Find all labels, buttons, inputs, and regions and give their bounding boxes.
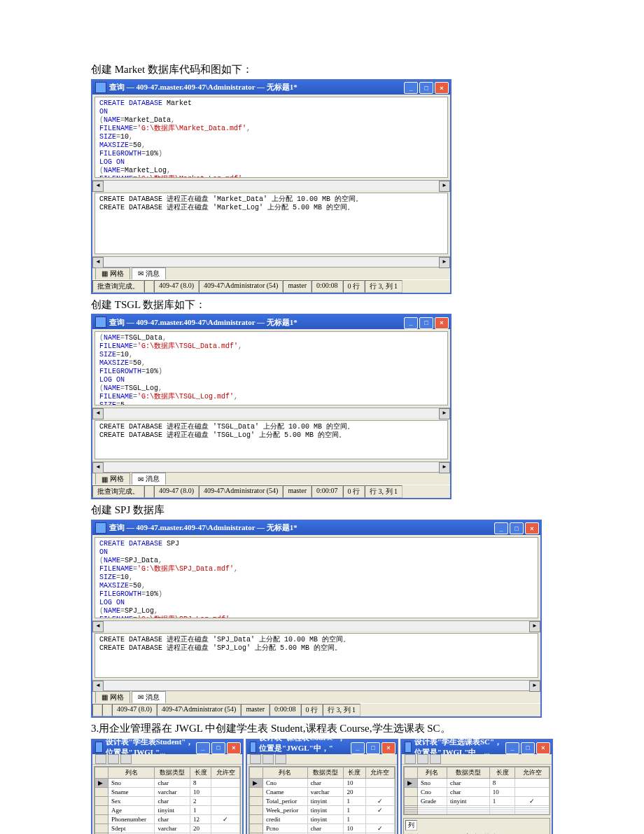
titlebar[interactable]: 设计表"学生表Student"，位置是"JWGL"..._□× [92,740,242,754]
cell[interactable]: 20 [190,824,211,833]
allow-null-cell[interactable] [365,779,394,788]
cell[interactable]: tinyint [447,797,489,806]
columns-grid[interactable]: 列名数据类型长度允许空▶Snochar8Snamevarchar10Sexcha… [94,766,241,834]
allow-null-cell[interactable] [365,788,394,797]
minimize-button[interactable]: _ [404,82,418,94]
cell[interactable]: char [155,815,190,824]
cell[interactable]: char [155,797,190,806]
column-header[interactable]: 数据类型 [155,767,190,779]
cell[interactable]: tinyint [155,806,190,815]
cell[interactable]: char [447,779,489,788]
sql-editor[interactable]: (NAME=TSGL_Data, FILENAME='G:\数据库\TSGL_D… [94,331,448,405]
key-icon[interactable] [120,754,132,764]
cell[interactable]: Age [108,806,155,815]
cell[interactable]: Sex [108,797,155,806]
cell[interactable]: 20 [344,788,365,797]
cell[interactable]: Week_perior [263,806,308,815]
minimize-button[interactable]: _ [494,522,508,534]
close-button[interactable]: × [227,742,241,754]
cell[interactable]: 10 [489,788,515,797]
cell[interactable]: 1 [344,815,365,824]
close-button[interactable]: × [382,742,396,754]
cell[interactable]: Sno [108,779,155,788]
table-row[interactable]: Snamevarchar10 [95,788,240,797]
allow-null-cell[interactable]: ✓ [365,797,394,806]
key-icon[interactable] [430,754,441,764]
h-scrollbar[interactable]: ◄► [92,180,450,190]
maximize-button[interactable]: □ [521,742,535,754]
column-header[interactable]: 长度 [190,767,211,779]
column-header[interactable]: 长度 [489,767,515,779]
cell[interactable]: 1 [344,797,365,806]
table-row[interactable]: ▶Snochar8 [95,779,240,788]
h-scrollbar[interactable]: ◄► [92,620,540,631]
table-row[interactable]: Sdeptvarchar20 [95,824,240,833]
close-button[interactable]: × [525,522,539,534]
cell[interactable]: Sname [108,788,155,797]
table-row[interactable]: Gradetinyint1✓ [405,797,550,806]
minimize-button[interactable]: _ [505,742,519,754]
allow-null-cell[interactable] [211,806,240,815]
sql-editor[interactable]: CREATE DATABASE SPJ ON (NAME=SPJ_Data, F… [94,537,538,618]
save-icon[interactable] [250,754,261,764]
cell[interactable]: 10 [344,779,365,788]
table-row[interactable]: ▶Cnochar10 [250,779,395,788]
save-icon[interactable] [405,754,416,764]
table-row[interactable]: ▶Snochar8 [405,779,550,788]
maximize-button[interactable]: □ [510,522,524,534]
column-header[interactable]: 长度 [344,767,365,779]
save-icon[interactable] [95,754,106,764]
cell[interactable]: Sno [418,779,447,788]
column-header[interactable]: 数据类型 [447,767,489,779]
tab-messages[interactable]: ✉消息 [132,267,166,279]
titlebar[interactable]: 查询 — 409-47.master.409-47\Administrator … [92,315,450,329]
allow-null-cell[interactable] [515,788,550,797]
tab-messages[interactable]: ✉消息 [132,473,166,485]
messages-pane[interactable]: CREATE DATABASE 进程正在磁盘 'SPJ_Data' 上分配 10… [94,633,538,678]
allow-null-cell[interactable] [515,779,550,788]
cell[interactable]: Grade [418,797,447,806]
column-header[interactable]: 数据类型 [307,767,344,779]
key-icon[interactable] [275,754,286,764]
script-icon[interactable] [417,754,428,764]
table-row[interactable]: Sexchar2 [95,797,240,806]
tab-messages[interactable]: ✉消息 [132,691,166,703]
titlebar[interactable]: 查询 — 409-47.master.409-47\Administrator … [92,81,450,95]
column-header[interactable]: 允许空 [515,767,550,779]
cell[interactable]: varchar [155,824,190,833]
cell[interactable]: Cno [263,779,308,788]
cell[interactable]: 10 [190,788,211,797]
cell[interactable]: Total_perior [263,797,308,806]
table-row[interactable]: Cnamevarchar20 [250,788,395,797]
cell[interactable]: char [307,824,344,833]
table-row[interactable]: Week_periortinyint1✓ [250,806,395,815]
table-row[interactable]: Phonenumberchar12✓ [95,815,240,824]
titlebar[interactable]: 查询 — 409-47.master.409-47\Administrator … [92,521,540,535]
cell[interactable]: Sdept [108,824,155,833]
sql-editor[interactable]: CREATE DATABASE Market ON (NAME=Market_D… [94,97,448,178]
allow-null-cell[interactable]: ✓ [365,824,394,833]
cell[interactable]: tinyint [307,806,344,815]
maximize-button[interactable]: □ [419,82,433,94]
cell[interactable]: 8 [190,779,211,788]
titlebar[interactable]: 设计表"学生选课表SC"，位置是"JWGL"中、..._□× [402,740,552,754]
allow-null-cell[interactable]: ✓ [365,806,394,815]
minimize-button[interactable]: _ [196,742,210,754]
allow-null-cell[interactable] [211,779,240,788]
allow-null-cell[interactable] [211,824,240,833]
cell[interactable]: 8 [489,779,515,788]
maximize-button[interactable]: □ [419,317,433,329]
titlebar[interactable]: 设计表"课程表Course"，位置是"JWGL"中，"(loca..._□× [247,740,397,754]
cell[interactable]: 12 [190,815,211,824]
allow-null-cell[interactable] [211,788,240,797]
cell[interactable]: 10 [344,824,365,833]
maximize-button[interactable]: □ [211,742,225,754]
table-row[interactable]: Total_periortinyint1✓ [250,797,395,806]
messages-pane[interactable]: CREATE DATABASE 进程正在磁盘 'TSGL_Data' 上分配 1… [94,420,448,459]
table-row[interactable]: Agetinyint1 [95,806,240,815]
allow-null-cell[interactable] [365,815,394,824]
table-row[interactable]: Cnochar10 [405,788,550,797]
close-button[interactable]: × [435,82,449,94]
column-header[interactable]: 允许空 [211,767,240,779]
h-scrollbar[interactable]: ◄► [92,680,540,690]
